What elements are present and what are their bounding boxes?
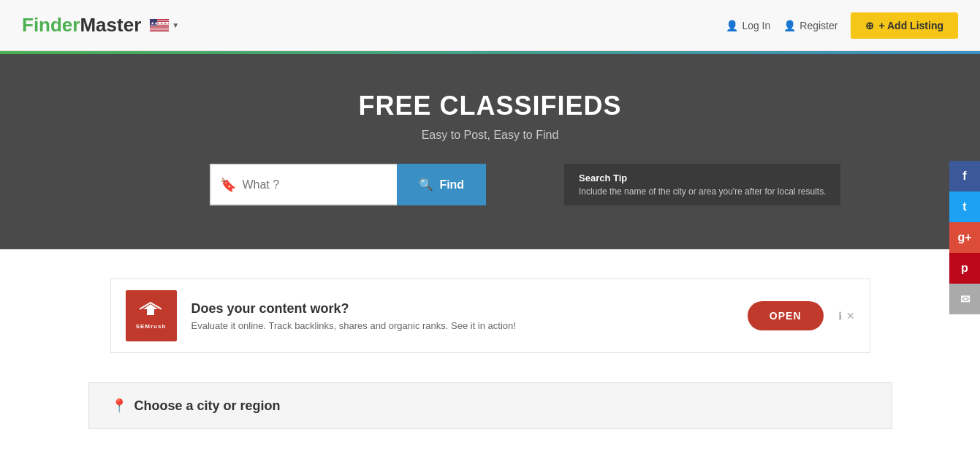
- twitter-button[interactable]: t: [949, 192, 980, 222]
- header-left: FinderMaster ★★★★★★★★★★★★★★★★★★★★★★★★★★★…: [22, 14, 179, 37]
- ad-info-button[interactable]: ℹ: [838, 310, 842, 322]
- register-label: Register: [799, 20, 837, 31]
- dropdown-arrow: ▼: [172, 21, 179, 29]
- search-input-wrapper: 🔖: [210, 164, 397, 205]
- hero-subtitle: Easy to Post, Easy to Find: [15, 129, 965, 142]
- email-icon: ✉: [960, 292, 970, 306]
- ad-section: SEMrush Does your content work? Evaluate…: [88, 264, 892, 368]
- social-sidebar: f t g+ p ✉: [949, 161, 980, 314]
- svg-rect-7: [150, 26, 169, 26]
- city-section-title: 📍 Choose a city or region: [111, 398, 870, 414]
- close-icon: ✕: [846, 310, 855, 322]
- hero-section: FREE CLASSIFIEDS Easy to Post, Easy to F…: [0, 54, 980, 249]
- pinterest-button[interactable]: p: [949, 253, 980, 284]
- info-icon: ℹ: [838, 310, 842, 322]
- login-label: Log In: [742, 20, 770, 31]
- svg-rect-11: [150, 29, 169, 30]
- hero-search-container: 🔖 🔍 Find Search Tip Include the name of …: [140, 164, 841, 205]
- find-button[interactable]: 🔍 Find: [397, 164, 486, 205]
- facebook-button[interactable]: f: [949, 161, 980, 192]
- ad-logo-text: SEMrush: [136, 323, 167, 330]
- user-icon: 👤: [726, 20, 738, 31]
- ad-close-button[interactable]: ✕: [846, 310, 855, 322]
- open-label: OPEN: [770, 310, 802, 322]
- header-right: 👤 Log In 👤 Register ⊕ + Add Listing: [726, 12, 958, 39]
- logo-master: Master: [80, 14, 141, 36]
- pinterest-icon: p: [961, 262, 968, 275]
- ad-box: SEMrush Does your content work? Evaluate…: [110, 279, 870, 353]
- search-tip-title: Search Tip: [579, 173, 826, 183]
- search-tip-body: Include the name of the city or area you…: [579, 186, 826, 197]
- email-button[interactable]: ✉: [949, 284, 980, 314]
- find-label: Find: [439, 178, 464, 192]
- register-link[interactable]: 👤 Register: [783, 20, 837, 31]
- logo[interactable]: FinderMaster: [22, 14, 141, 37]
- google-icon: g+: [957, 231, 971, 244]
- ad-content: Does your content work? Evaluate it onli…: [191, 301, 733, 331]
- svg-text:★★★★★★★★★★★★★★★★★★★★★★★★★★★★★★: ★★★★★★★★★★★★★★★★★★★★★★★★★★★★★★★★★★★★★★★★…: [151, 21, 169, 26]
- google-button[interactable]: g+: [949, 222, 980, 253]
- pin-icon: 📍: [111, 398, 127, 414]
- search-bar: 🔖 🔍 Find: [210, 164, 486, 205]
- ad-logo-icon: [140, 302, 162, 320]
- svg-rect-12: [150, 31, 169, 31]
- language-selector[interactable]: ★★★★★★★★★★★★★★★★★★★★★★★★★★★★★★★★★★★★★★★★…: [150, 19, 179, 31]
- magnifier-icon: 🔍: [419, 178, 433, 192]
- hero-title: FREE CLASSIFIEDS: [15, 91, 965, 121]
- svg-rect-10: [150, 29, 169, 29]
- plus-icon: ⊕: [865, 20, 874, 31]
- search-input[interactable]: [242, 170, 388, 200]
- header: FinderMaster ★★★★★★★★★★★★★★★★★★★★★★★★★★★…: [0, 0, 980, 51]
- add-listing-label: + Add Listing: [878, 20, 943, 31]
- register-icon: 👤: [783, 20, 796, 31]
- ad-controls: ℹ ✕: [838, 310, 855, 322]
- svg-rect-8: [150, 26, 169, 27]
- ad-logo: SEMrush: [126, 290, 177, 341]
- svg-rect-9: [150, 28, 169, 29]
- login-link[interactable]: 👤 Log In: [726, 20, 770, 31]
- facebook-icon: f: [962, 170, 966, 183]
- search-tip: Search Tip Include the name of the city …: [564, 164, 840, 205]
- city-section: 📍 Choose a city or region: [88, 382, 892, 429]
- ad-open-button[interactable]: OPEN: [748, 301, 824, 330]
- search-what-icon: 🔖: [220, 177, 236, 193]
- logo-finder: Finder: [22, 14, 80, 36]
- ad-description: Evaluate it online. Track backlinks, sha…: [191, 320, 733, 331]
- twitter-icon: t: [962, 200, 966, 213]
- add-listing-button[interactable]: ⊕ + Add Listing: [851, 12, 958, 39]
- ad-title: Does your content work?: [191, 301, 733, 317]
- flag-icon: ★★★★★★★★★★★★★★★★★★★★★★★★★★★★★★★★★★★★★★★★…: [150, 19, 169, 31]
- city-section-label: Choose a city or region: [134, 398, 281, 414]
